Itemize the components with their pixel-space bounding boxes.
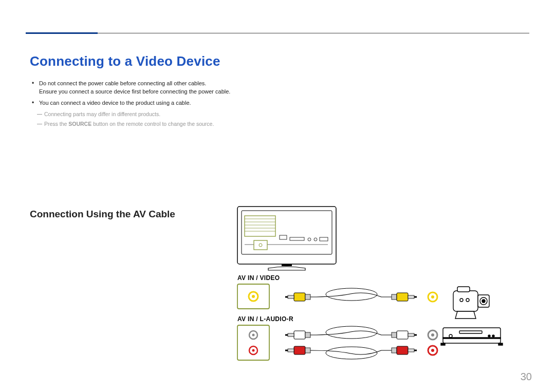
svg-rect-43 [408,333,414,337]
svg-rect-36 [294,331,305,339]
svg-rect-65 [443,328,501,343]
svg-rect-66 [443,338,501,339]
svg-rect-53 [397,346,408,354]
instruction-list: Do not connect the power cable before co… [31,80,360,128]
cable-audio-white [285,326,417,339]
dvd-player-device [441,328,503,345]
svg-point-57 [431,349,434,352]
tv-back-panel [237,207,336,270]
svg-rect-33 [414,296,417,298]
list-text: Do not connect the power cable before co… [39,80,206,86]
port-label-audio: AV IN / L-AUDIO-R [237,315,293,323]
svg-rect-41 [392,332,397,338]
svg-point-11 [314,238,317,241]
list-text: You can connect a video device to the pr… [39,100,191,106]
video-port-box [237,284,269,309]
footnote: Press the SOURCE button on the remote co… [31,120,360,128]
footnote-text: Press the SOURCE button on the remote co… [44,121,214,127]
svg-rect-32 [408,295,414,298]
section-title: Connection Using the AV Cable [30,209,175,220]
footnote-text: Connecting parts may differ in different… [44,111,160,117]
audio-port-box [237,325,269,360]
svg-point-35 [431,295,434,298]
svg-rect-55 [414,350,417,351]
svg-rect-72 [498,343,503,345]
svg-rect-15 [254,240,267,250]
svg-point-10 [308,238,311,241]
svg-rect-58 [453,291,478,311]
svg-rect-30 [392,294,397,300]
svg-rect-26 [288,295,294,298]
svg-point-61 [482,300,485,303]
svg-rect-42 [397,331,408,339]
svg-rect-28 [305,294,310,300]
list-item: Do not connect the power cable before co… [31,80,360,96]
svg-rect-44 [414,334,417,336]
svg-rect-14 [282,264,292,266]
svg-point-46 [431,333,434,337]
cable-video-yellow [285,288,417,301]
manual-page: Connecting to a Video Device Do not conn… [0,0,555,392]
svg-rect-38 [285,334,288,336]
device-jack-white [428,330,437,340]
cable-audio-red [285,346,417,359]
svg-point-51 [326,347,377,359]
svg-rect-9 [290,237,304,240]
svg-rect-8 [280,235,287,239]
svg-rect-47 [294,346,305,354]
camcorder-device [453,287,489,319]
list-item: You can connect a video device to the pr… [31,99,360,107]
device-jack-red [428,346,437,355]
svg-point-19 [252,295,255,298]
svg-rect-31 [397,293,408,301]
svg-rect-49 [285,350,288,351]
svg-rect-48 [288,349,294,352]
svg-rect-52 [392,348,397,353]
svg-rect-54 [408,349,414,352]
svg-point-40 [326,326,377,339]
svg-point-22 [252,334,255,337]
list-text: Ensure you connect a source device first… [39,88,230,95]
header-divider [26,33,529,33]
svg-rect-71 [441,343,445,345]
svg-point-70 [492,335,494,337]
device-jack-yellow [428,292,437,302]
svg-rect-62 [457,287,470,292]
page-number: 30 [521,371,532,383]
svg-point-24 [252,349,255,352]
svg-rect-25 [294,293,305,301]
port-label-video: AV IN / VIDEO [237,274,280,282]
footnote: Connecting parts may differ in different… [31,110,360,118]
svg-rect-39 [305,332,310,338]
av-connection-diagram: AV IN / VIDEO AV IN / L-AUDIO-R [232,204,535,374]
header-accent-bar [26,32,98,34]
svg-point-69 [488,335,490,337]
svg-rect-27 [285,296,288,298]
svg-rect-50 [305,348,310,353]
page-title: Connecting to a Video Device [30,53,220,69]
svg-rect-12 [320,237,328,241]
svg-rect-37 [288,333,294,337]
svg-point-29 [326,288,377,301]
